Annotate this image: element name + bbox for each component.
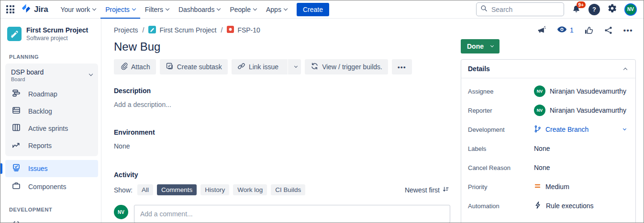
nav-projects[interactable]: Projects <box>100 0 140 19</box>
toolbar-more-button[interactable]: ••• <box>392 59 412 74</box>
sidebar-item-components[interactable]: Components <box>5 178 98 195</box>
more-actions-button[interactable]: ••• <box>623 26 633 34</box>
issue-toolbar: Attach Create subtask <box>114 59 450 74</box>
paperclip-icon <box>120 62 128 72</box>
sidebar-item-issues[interactable]: Issues <box>5 160 98 177</box>
settings-button[interactable] <box>607 3 617 15</box>
breadcrumb-project[interactable]: First Scrum Project <box>148 26 216 35</box>
filter-ci-builds[interactable]: CI Builds <box>271 184 305 195</box>
assignee-avatar: NV <box>534 85 545 97</box>
chevron-down-icon <box>217 7 221 11</box>
chevron-down-icon <box>284 7 288 11</box>
create-branch-link[interactable]: Create Branch <box>545 126 588 133</box>
issue-title[interactable]: New Bug <box>114 40 450 53</box>
chevron-down-icon <box>490 44 494 47</box>
sidebar-item-clipped[interactable] <box>5 216 98 223</box>
sort-descending-icon <box>442 186 449 194</box>
nav-filters[interactable]: Filters <box>140 0 174 19</box>
comment-input[interactable] <box>134 205 450 223</box>
chevron-up-icon <box>623 68 627 72</box>
board-name: DSP board <box>11 68 44 76</box>
chevron-down-icon[interactable] <box>623 127 626 130</box>
help-button[interactable]: ? <box>588 4 600 15</box>
lightning-icon <box>534 201 542 211</box>
sidebar-item-reports[interactable]: Reports <box>5 137 98 154</box>
sort-order-button[interactable]: Newest first <box>405 186 449 194</box>
chevron-down-icon <box>166 7 169 11</box>
priority-value: Medium <box>545 183 569 191</box>
board-type: Board <box>11 76 44 82</box>
description-placeholder[interactable]: Add a description... <box>114 101 450 108</box>
create-subtask-button[interactable]: Create subtask <box>160 59 228 74</box>
planning-section-label: PLANNING <box>9 54 98 60</box>
share-icon[interactable] <box>604 26 613 35</box>
project-mini-icon <box>148 26 156 35</box>
branch-icon <box>534 125 541 134</box>
watchers-button[interactable]: 1 <box>557 25 574 35</box>
status-button[interactable]: Done <box>461 39 500 53</box>
assignee-name: Niranjan Vasudevamurthy <box>550 87 626 95</box>
issue-main-column: New Bug Attach Create subta <box>114 35 461 223</box>
board-switcher[interactable]: DSP board Board <box>5 64 98 85</box>
link-issue-dropdown[interactable] <box>288 59 301 74</box>
gear-icon <box>607 3 617 15</box>
filter-all[interactable]: All <box>137 184 153 195</box>
comment-row: NV <box>114 205 450 223</box>
view-trigger-builds-button[interactable]: View / trigger builds. <box>305 59 388 74</box>
link-icon <box>237 62 245 72</box>
environment-value[interactable]: None <box>114 142 450 150</box>
feedback-megaphone-icon[interactable] <box>536 25 546 35</box>
global-search[interactable] <box>476 2 564 16</box>
chevron-down-icon <box>253 7 257 11</box>
nav-apps[interactable]: Apps <box>261 0 292 19</box>
breadcrumb: Projects / First Scrum Project / FSP-10 <box>114 26 260 35</box>
nav-dashboards[interactable]: Dashboards <box>174 0 225 19</box>
jira-logo-text: Jira <box>34 5 48 14</box>
search-icon <box>480 5 488 14</box>
show-label: Show: <box>114 186 133 194</box>
user-avatar[interactable]: NV <box>624 3 637 16</box>
search-input[interactable] <box>491 6 554 13</box>
issue-view: Projects / First Scrum Project / FSP-10 <box>101 19 644 223</box>
filter-history[interactable]: History <box>200 184 229 195</box>
app-switcher-icon[interactable] <box>6 5 14 13</box>
field-priority: Priority Medium <box>468 177 629 196</box>
nav-people[interactable]: People <box>225 0 261 19</box>
components-icon <box>11 181 21 192</box>
details-panel-header[interactable]: Details <box>461 60 635 78</box>
field-development: Development Create Branch <box>468 120 629 139</box>
description-label: Description <box>114 87 450 95</box>
project-type: Software project <box>26 35 88 42</box>
watch-count: 1 <box>570 26 574 34</box>
labels-value[interactable]: None <box>534 145 629 152</box>
notification-badge: 9+ <box>577 1 586 8</box>
breadcrumb-projects[interactable]: Projects <box>114 26 138 34</box>
backlog-icon <box>11 106 21 117</box>
sidebar-item-backlog[interactable]: Backlog <box>5 103 98 120</box>
link-issue-button[interactable]: Link issue <box>232 59 301 74</box>
issue-side-column: Done Details Assignee NV <box>461 35 636 223</box>
eye-icon <box>557 25 567 35</box>
nav-your-work[interactable]: Your work <box>56 0 100 19</box>
project-name: First Scrum Project <box>26 26 88 35</box>
attach-button[interactable]: Attach <box>114 59 156 74</box>
comment-avatar: NV <box>114 205 128 219</box>
reporter-avatar: NV <box>534 105 545 116</box>
filter-worklog[interactable]: Work log <box>233 184 267 195</box>
sidebar-item-active-sprints[interactable]: Active sprints <box>5 120 98 137</box>
jira-logo[interactable]: Jira <box>21 3 48 15</box>
create-button[interactable]: Create <box>297 3 329 16</box>
project-header[interactable]: First Scrum Project Software project <box>5 26 98 42</box>
notifications-button[interactable]: 9+ <box>571 4 581 14</box>
filter-comments[interactable]: Comments <box>157 184 197 195</box>
sidebar-item-roadmap[interactable]: Roadmap <box>5 85 98 103</box>
line-chart-icon <box>11 140 21 151</box>
breadcrumb-issue-key[interactable]: FSP-10 <box>227 26 260 34</box>
chevron-down-icon <box>92 7 96 11</box>
like-icon[interactable] <box>584 26 593 35</box>
cancel-reason-value[interactable]: None <box>534 164 629 171</box>
field-automation: Automation Rule executions <box>468 196 629 215</box>
issues-icon <box>11 163 21 174</box>
help-icon: ? <box>588 4 600 15</box>
project-sidebar: First Scrum Project Software project PLA… <box>0 19 101 223</box>
